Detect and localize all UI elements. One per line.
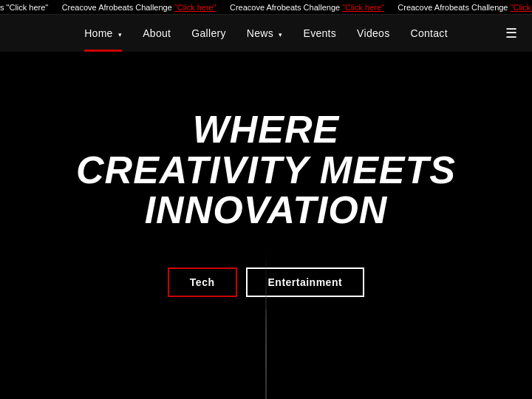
ticker-text: s "Click here" — [0, 3, 48, 12]
hero-section: WHERE CREATIVITY MEETS INNOVATION Tech E… — [0, 52, 532, 399]
nav-label-home: Home — [84, 27, 113, 39]
ticker-link[interactable]: "Click here" — [511, 3, 532, 12]
nav-label-videos: Videos — [357, 27, 389, 39]
nav-link-gallery[interactable]: Gallery — [191, 27, 225, 39]
nav-label-contact: Contact — [410, 27, 447, 39]
nav-item-home[interactable]: Home ▾ — [84, 27, 122, 40]
nav-item-news[interactable]: News ▾ — [247, 27, 283, 40]
nav-arrow-home: ▾ — [118, 31, 122, 38]
nav-label-gallery: Gallery — [191, 27, 225, 39]
tech-button[interactable]: Tech — [168, 267, 237, 297]
ticker-item: s "Click here" Creacove Afrobeats Challe… — [0, 3, 532, 12]
nav-link-events[interactable]: Events — [304, 27, 337, 39]
decorative-line — [266, 310, 267, 399]
navbar: Home ▾ About Gallery News ▾ Events — [0, 15, 532, 52]
nav-link-videos[interactable]: Videos — [357, 27, 389, 39]
hero-title-line2: CREATIVITY MEETS — [76, 149, 456, 191]
ticker-link[interactable]: "Click here" — [342, 3, 384, 12]
ticker-bar: s "Click here" Creacove Afrobeats Challe… — [0, 0, 532, 15]
hero-title-line1: WHERE — [193, 108, 340, 151]
nav-link-news[interactable]: News ▾ — [247, 27, 283, 39]
nav-label-about: About — [143, 27, 171, 39]
ticker-content: s "Click here" Creacove Afrobeats Challe… — [0, 3, 532, 12]
nav-item-contact[interactable]: Contact — [410, 27, 447, 40]
nav-link-about[interactable]: About — [143, 27, 171, 39]
nav-links: Home ▾ About Gallery News ▾ Events — [84, 27, 448, 40]
ticker-link[interactable]: "Click here" — [174, 3, 216, 12]
nav-link-contact[interactable]: Contact — [410, 27, 447, 39]
nav-item-gallery[interactable]: Gallery — [191, 27, 225, 40]
nav-item-videos[interactable]: Videos — [357, 27, 389, 40]
nav-arrow-news: ▾ — [279, 31, 282, 38]
hero-title: WHERE CREATIVITY MEETS INNOVATION — [76, 109, 456, 231]
ticker-text: Creacove Afrobeats Challenge "Click here… — [398, 3, 532, 12]
nav-label-events: Events — [304, 27, 337, 39]
search-icon[interactable]: ☰ — [505, 25, 517, 41]
ticker-text: Creacove Afrobeats Challenge "Click here… — [62, 3, 216, 12]
entertainment-button[interactable]: Entertainment — [246, 267, 365, 297]
nav-item-about[interactable]: About — [143, 27, 171, 40]
nav-item-events[interactable]: Events — [304, 27, 337, 40]
hero-buttons: Tech Entertainment — [168, 267, 364, 297]
nav-label-news: News — [247, 27, 273, 39]
hero-title-line3: INNOVATION — [145, 188, 388, 231]
nav-link-home[interactable]: Home ▾ — [84, 27, 122, 39]
ticker-text: Creacove Afrobeats Challenge "Click here… — [230, 3, 384, 12]
